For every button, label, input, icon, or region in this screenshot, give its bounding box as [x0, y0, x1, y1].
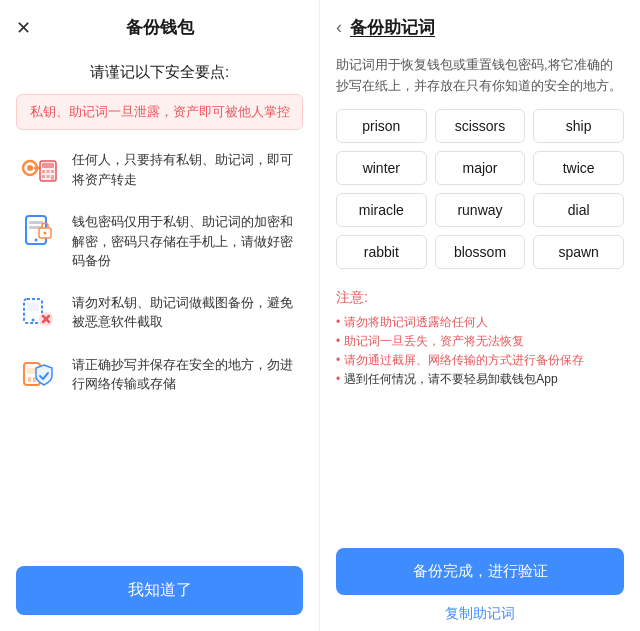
notice-item-3: 请勿通过截屏、网络传输的方式进行备份保存	[336, 351, 624, 370]
tip-text-1: 任何人，只要持有私钥、助记词，即可将资产转走	[72, 146, 303, 189]
mnemonic-word-7: miracle	[336, 193, 427, 227]
svg-point-16	[35, 239, 38, 242]
svg-rect-20	[27, 303, 39, 311]
back-icon[interactable]: ‹	[336, 17, 342, 38]
svg-point-21	[32, 318, 35, 321]
phone-lock-icon	[16, 208, 60, 252]
svg-rect-12	[51, 175, 54, 180]
close-icon[interactable]: ✕	[16, 17, 31, 39]
left-title: 备份钱包	[126, 16, 194, 39]
tip-item-3: 请勿对私钥、助记词做截图备份，避免被恶意软件截取	[16, 289, 303, 333]
mnemonic-word-8: runway	[435, 193, 526, 227]
mnemonic-word-4: winter	[336, 151, 427, 185]
shield-home-icon	[16, 351, 60, 395]
notice-item-1: 请勿将助记词透露给任何人	[336, 313, 624, 332]
warning-banner: 私钥、助记词一旦泄露，资产即可被他人掌控	[16, 94, 303, 130]
svg-point-1	[27, 165, 33, 171]
mnemonic-word-12: spawn	[533, 235, 624, 269]
mnemonic-word-2: scissors	[435, 109, 526, 143]
tip-item-2: 钱包密码仅用于私钥、助记词的加密和解密，密码只存储在手机上，请做好密码备份	[16, 208, 303, 271]
phone-crop-icon	[16, 289, 60, 333]
mnemonic-grid: prisonscissorsshipwintermajortwicemiracl…	[320, 109, 640, 281]
verify-button[interactable]: 备份完成，进行验证	[336, 548, 624, 595]
copy-mnemonic-link[interactable]: 复制助记词	[336, 605, 624, 623]
mnemonic-word-6: twice	[533, 151, 624, 185]
notice-section: 注意: 请勿将助记词透露给任何人助记词一旦丢失，资产将无法恢复请勿通过截屏、网络…	[320, 281, 640, 402]
mnemonic-word-11: blossom	[435, 235, 526, 269]
tip-item-4: 请正确抄写并保存在安全的地方，勿进行网络传输或存储	[16, 351, 303, 395]
notice-item-4: 遇到任何情况，请不要轻易卸载钱包App	[336, 370, 624, 389]
left-panel: ✕ 备份钱包 请谨记以下安全要点: 私钥、助记词一旦泄露，资产即可被他人掌控	[0, 0, 320, 631]
mnemonic-word-9: dial	[533, 193, 624, 227]
tip-list: 任何人，只要持有私钥、助记词，即可将资产转走 钱包密码仅用于私钥、助记词的加密和…	[0, 146, 319, 550]
right-title: 备份助记词	[350, 16, 435, 39]
right-bottom: 备份完成，进行验证 复制助记词	[320, 536, 640, 631]
mnemonic-word-10: rabbit	[336, 235, 427, 269]
key-calc-icon	[16, 146, 60, 190]
tip-text-3: 请勿对私钥、助记词做截图备份，避免被恶意软件截取	[72, 289, 303, 332]
left-subtitle: 请谨记以下安全要点:	[0, 55, 319, 94]
svg-rect-6	[42, 163, 54, 168]
right-panel: ‹ 备份助记词 助记词用于恢复钱包或重置钱包密码,将它准确的抄写在纸上，并存放在…	[320, 0, 640, 631]
svg-rect-8	[47, 170, 50, 173]
left-header: ✕ 备份钱包	[0, 0, 319, 55]
svg-rect-7	[42, 170, 45, 173]
svg-rect-11	[47, 175, 50, 178]
tip-text-4: 请正确抄写并保存在安全的地方，勿进行网络传输或存储	[72, 351, 303, 394]
notice-item-2: 助记词一旦丢失，资产将无法恢复	[336, 332, 624, 351]
tip-item-1: 任何人，只要持有私钥、助记词，即可将资产转走	[16, 146, 303, 190]
svg-rect-9	[51, 170, 54, 173]
mnemonic-word-3: ship	[533, 109, 624, 143]
svg-point-18	[44, 232, 47, 235]
mnemonic-word-5: major	[435, 151, 526, 185]
left-bottom: 我知道了	[0, 550, 319, 631]
svg-rect-10	[42, 175, 45, 178]
mnemonic-word-1: prison	[336, 109, 427, 143]
right-description: 助记词用于恢复钱包或重置钱包密码,将它准确的抄写在纸上，并存放在只有你知道的安全…	[320, 47, 640, 109]
notice-title: 注意:	[336, 289, 624, 307]
right-header: ‹ 备份助记词	[320, 0, 640, 47]
know-button[interactable]: 我知道了	[16, 566, 303, 615]
svg-rect-27	[28, 377, 31, 382]
tip-text-2: 钱包密码仅用于私钥、助记词的加密和解密，密码只存储在手机上，请做好密码备份	[72, 208, 303, 271]
svg-rect-14	[29, 221, 43, 224]
